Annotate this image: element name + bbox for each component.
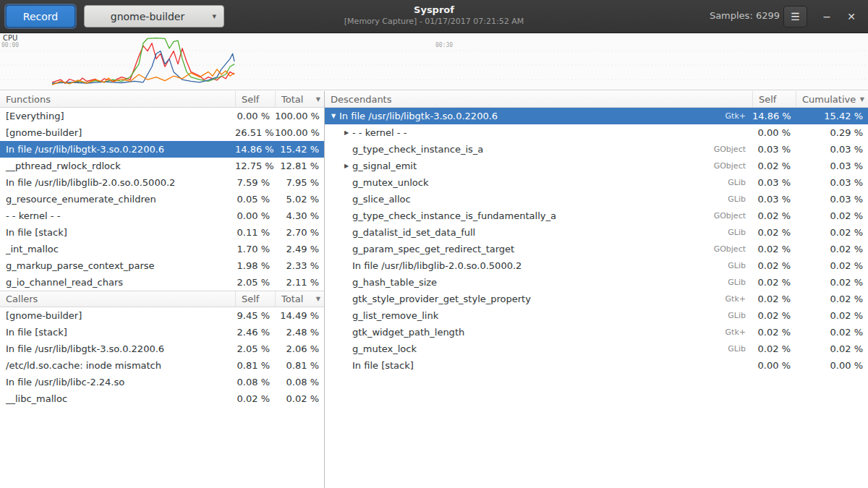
tree-name-cell: gtk_widget_path_lengthGtk+ bbox=[325, 327, 752, 338]
cumulative-value: 15.42 % bbox=[796, 111, 868, 121]
library-badge: GObject bbox=[714, 211, 752, 221]
function-name: gtk_widget_path_length bbox=[352, 327, 464, 338]
cumulative-value: 0.02 % bbox=[796, 327, 868, 338]
sort-indicator-icon: ▼ bbox=[860, 96, 868, 103]
process-selector-label: gnome-builder bbox=[111, 11, 184, 22]
column-header-functions[interactable]: Functions bbox=[0, 91, 235, 107]
tree-row[interactable]: g_list_remove_linkGLib0.02 %0.02 % bbox=[325, 307, 868, 324]
tree-row[interactable]: g_hash_table_sizeGLib0.02 %0.02 % bbox=[325, 274, 868, 291]
tree-row[interactable]: gtk_style_provider_get_style_propertyGtk… bbox=[325, 291, 868, 307]
table-row[interactable]: g_io_channel_read_chars2.05 %2.11 % bbox=[0, 274, 324, 291]
tree-name-cell: ▶- - kernel - - bbox=[325, 127, 752, 138]
expander-icon[interactable]: ▶ bbox=[341, 129, 352, 136]
self-value: 0.02 % bbox=[752, 277, 796, 288]
library-badge: GObject bbox=[714, 145, 752, 154]
tree-row[interactable]: ▶g_signal_emitGObject0.02 %0.03 % bbox=[325, 158, 868, 174]
tree-row[interactable]: g_mutex_lockGLib0.02 %0.02 % bbox=[325, 341, 868, 357]
table-row[interactable]: [Everything]0.00 %100.00 % bbox=[0, 108, 324, 124]
table-row[interactable]: _int_malloc1.70 %2.49 % bbox=[0, 241, 324, 257]
expander-icon[interactable]: ▼ bbox=[328, 113, 339, 119]
table-row[interactable]: In file /usr/lib/libgtk-3.so.0.2200.62.0… bbox=[0, 341, 324, 357]
callers-header-row: Callers Self Total ▼ bbox=[0, 291, 324, 307]
table-row[interactable]: g_resource_enumerate_children0.05 %5.02 … bbox=[0, 191, 324, 207]
self-value: 0.02 % bbox=[752, 260, 796, 271]
sort-indicator-icon: ▼ bbox=[316, 296, 324, 302]
table-row[interactable]: In file /usr/lib/libgtk-3.so.0.2200.614.… bbox=[0, 141, 324, 158]
function-name: g_datalist_id_set_data_full bbox=[352, 227, 475, 238]
column-header-total[interactable]: Total ▼ bbox=[275, 91, 324, 107]
expander-icon[interactable]: ▶ bbox=[341, 163, 352, 169]
table-row[interactable]: In file /usr/lib/libglib-2.0.so.0.5000.2… bbox=[0, 174, 324, 191]
table-row[interactable]: __libc_malloc0.02 %0.02 % bbox=[0, 390, 324, 407]
cpu-timeline[interactable]: CPU 00:00 00:30 bbox=[0, 33, 868, 90]
self-value: 9.45 % bbox=[235, 310, 275, 321]
tree-row[interactable]: g_type_check_instance_is_aGObject0.03 %0… bbox=[325, 141, 868, 158]
library-badge: GLib bbox=[728, 194, 752, 204]
table-row[interactable]: g_markup_parse_context_parse1.98 %2.33 % bbox=[0, 257, 324, 274]
close-button[interactable]: ✕ bbox=[841, 6, 862, 27]
tree-row[interactable]: g_slice_allocGLib0.03 %0.03 % bbox=[325, 191, 868, 207]
tree-row[interactable]: g_param_spec_get_redirect_targetGObject0… bbox=[325, 241, 868, 257]
self-value: 0.02 % bbox=[752, 227, 796, 238]
library-badge: GLib bbox=[728, 311, 752, 320]
function-name: In file /usr/lib/libc-2.24.so bbox=[0, 377, 235, 388]
tree-name-cell: g_datalist_id_set_data_fullGLib bbox=[325, 227, 752, 238]
tree-row[interactable]: ▶- - kernel - -0.00 %0.29 % bbox=[325, 124, 868, 141]
column-header-self[interactable]: Self bbox=[235, 291, 275, 307]
table-row[interactable]: - - kernel - -0.00 %4.30 % bbox=[0, 207, 324, 224]
tree-name-cell: ▼In file /usr/lib/libgtk-3.so.0.2200.6Gt… bbox=[325, 111, 752, 121]
tree-row[interactable]: g_type_check_instance_is_fundamentally_a… bbox=[325, 207, 868, 224]
self-value: 0.02 % bbox=[752, 310, 796, 321]
table-row[interactable]: __pthread_rwlock_rdlock12.75 %12.81 % bbox=[0, 158, 324, 174]
tree-name-cell: gtk_style_provider_get_style_propertyGtk… bbox=[325, 294, 752, 304]
self-value: 0.00 % bbox=[752, 360, 796, 371]
tree-row[interactable]: ▼In file /usr/lib/libgtk-3.so.0.2200.6Gt… bbox=[325, 108, 868, 124]
self-value: 26.51 % bbox=[235, 127, 275, 138]
cumulative-value: 0.02 % bbox=[796, 310, 868, 321]
column-header-descendants[interactable]: Descendants bbox=[325, 91, 752, 107]
column-header-self[interactable]: Self bbox=[235, 91, 275, 107]
function-name: In file /usr/lib/libgtk-3.so.0.2200.6 bbox=[0, 144, 235, 155]
function-name: g_list_remove_link bbox=[352, 310, 438, 321]
column-header-total-label: Total bbox=[281, 94, 303, 105]
column-header-cumulative[interactable]: Cumulative ▼ bbox=[796, 91, 868, 107]
function-name: - - kernel - - bbox=[352, 127, 407, 138]
function-name: g_mutex_unlock bbox=[352, 177, 428, 188]
table-row[interactable]: In file [stack]2.46 %2.48 % bbox=[0, 324, 324, 341]
column-header-callers[interactable]: Callers bbox=[0, 291, 235, 307]
cumulative-value: 0.02 % bbox=[796, 227, 868, 238]
library-badge: Gtk+ bbox=[726, 328, 752, 337]
descendants-header-row: Descendants Self Cumulative ▼ bbox=[325, 91, 868, 108]
column-header-self[interactable]: Self bbox=[752, 91, 796, 107]
tree-row[interactable]: g_datalist_id_set_data_fullGLib0.02 %0.0… bbox=[325, 224, 868, 241]
titlebar: Record gnome-builder ▾ Sysprof [Memory C… bbox=[0, 0, 868, 33]
record-button[interactable]: Record bbox=[6, 5, 75, 27]
table-row[interactable]: /etc/ld.so.cache: inode mismatch0.81 %0.… bbox=[0, 357, 324, 374]
total-value: 100.00 % bbox=[275, 127, 324, 138]
process-selector-dropdown[interactable]: gnome-builder ▾ bbox=[84, 5, 224, 27]
self-value: 0.81 % bbox=[235, 360, 275, 371]
function-name: _int_malloc bbox=[0, 244, 235, 254]
tree-row[interactable]: In file [stack]0.00 %0.00 % bbox=[325, 357, 868, 374]
tree-row[interactable]: In file /usr/lib/libglib-2.0.so.0.5000.2… bbox=[325, 257, 868, 274]
column-header-total[interactable]: Total ▼ bbox=[275, 291, 324, 307]
tree-name-cell: g_hash_table_sizeGLib bbox=[325, 277, 752, 288]
self-value: 0.02 % bbox=[235, 393, 275, 404]
self-value: 0.02 % bbox=[752, 210, 796, 221]
tree-row[interactable]: g_mutex_unlockGLib0.03 %0.03 % bbox=[325, 174, 868, 191]
self-value: 2.46 % bbox=[235, 327, 275, 338]
minimize-button[interactable]: − bbox=[816, 6, 838, 27]
table-row[interactable]: In file /usr/lib/libc-2.24.so0.08 %0.08 … bbox=[0, 374, 324, 390]
table-row[interactable]: In file [stack]0.11 %2.70 % bbox=[0, 224, 324, 241]
tree-name-cell: g_param_spec_get_redirect_targetGObject bbox=[325, 244, 752, 254]
menu-button[interactable]: ☰ bbox=[783, 6, 807, 27]
function-name: g_markup_parse_context_parse bbox=[0, 260, 235, 271]
table-row[interactable]: [gnome-builder]26.51 %100.00 % bbox=[0, 124, 324, 141]
self-value: 0.02 % bbox=[752, 343, 796, 354]
tree-row[interactable]: gtk_widget_path_lengthGtk+0.02 %0.02 % bbox=[325, 324, 868, 341]
descendants-table-body: ▼In file /usr/lib/libgtk-3.so.0.2200.6Gt… bbox=[325, 108, 868, 374]
cumulative-value: 0.02 % bbox=[796, 210, 868, 221]
table-row[interactable]: [gnome-builder]9.45 %14.49 % bbox=[0, 307, 324, 324]
total-value: 0.08 % bbox=[275, 377, 324, 388]
function-name: - - kernel - - bbox=[0, 210, 235, 221]
